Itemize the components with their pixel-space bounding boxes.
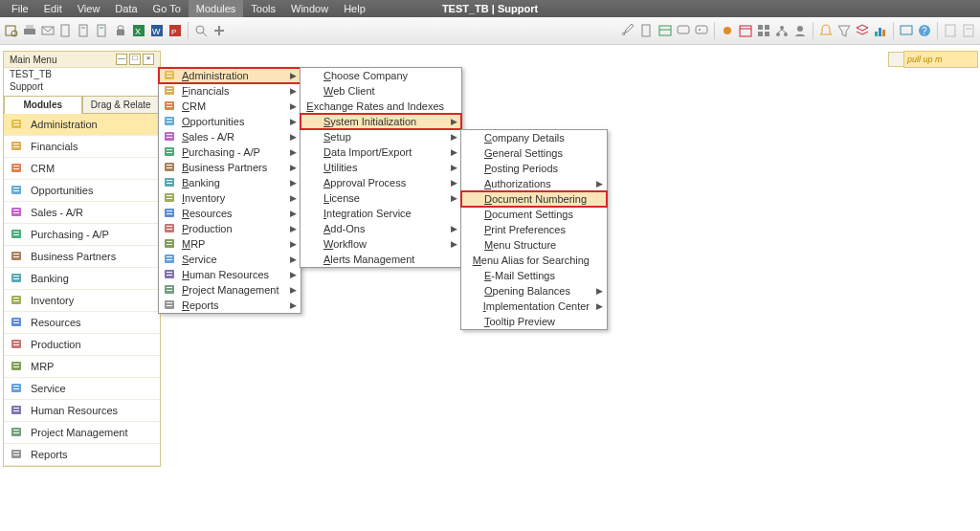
sidebar-item[interactable]: Sales - A/R <box>4 202 160 224</box>
menu-item[interactable]: Opportunities▶ <box>159 114 301 129</box>
tb-r-chart-icon[interactable] <box>873 23 888 38</box>
tb-r-sun-icon[interactable] <box>720 23 735 38</box>
tb-r-user-icon[interactable] <box>792 23 808 38</box>
panel-close-icon[interactable]: × <box>143 54 154 65</box>
sidebar-item[interactable]: Production <box>4 334 160 356</box>
sidebar-item[interactable]: Human Resources <box>4 400 160 422</box>
menu-edit[interactable]: Edit <box>36 0 70 17</box>
menu-item[interactable]: Menu Structure <box>461 237 607 253</box>
menu-item[interactable]: Utilities▶ <box>301 160 461 175</box>
sidebar-item[interactable]: MRP <box>4 356 160 378</box>
tb-mail-icon[interactable] <box>40 23 56 38</box>
menu-item[interactable]: Web Client <box>301 83 461 99</box>
menu-item[interactable]: Posting Periods <box>461 161 607 176</box>
menu-item[interactable]: Alerts Management <box>301 252 461 267</box>
tb-pdf-icon[interactable]: P <box>167 23 183 38</box>
menu-item[interactable]: Administration▶ <box>159 68 301 83</box>
menu-window[interactable]: Window <box>283 0 336 17</box>
menu-item[interactable]: Approval Process▶ <box>301 175 461 190</box>
menu-view[interactable]: View <box>70 0 108 17</box>
menu-item[interactable]: Project Management▶ <box>159 282 301 298</box>
menu-goto[interactable]: Go To <box>145 0 189 17</box>
tb-r-bubble-icon[interactable] <box>676 23 691 38</box>
tb-r-bell-icon[interactable] <box>818 23 834 38</box>
menu-item[interactable]: Setup▶ <box>301 129 461 144</box>
sidebar-item[interactable]: Project Management <box>4 422 160 444</box>
menu-item[interactable]: License▶ <box>301 190 461 206</box>
tb-r-note2-icon[interactable] <box>961 23 976 38</box>
sidebar-item[interactable]: Financials <box>4 136 160 158</box>
menu-item[interactable]: System Initialization▶ <box>301 114 461 129</box>
menu-item[interactable]: Choose Company <box>301 68 461 83</box>
menu-item[interactable]: Financials▶ <box>159 83 301 99</box>
menu-item[interactable]: Opening Balances▶ <box>461 283 607 299</box>
menu-item[interactable]: Purchasing - A/P▶ <box>159 144 301 160</box>
sidebar-item[interactable]: Inventory <box>4 290 160 312</box>
sidebar-item[interactable]: Reports <box>4 444 160 466</box>
menu-item[interactable]: Service▶ <box>159 252 301 267</box>
menu-item[interactable]: Reports▶ <box>159 298 301 313</box>
menu-item[interactable]: Implementation Center▶ <box>461 299 607 314</box>
menu-item[interactable]: CRM▶ <box>159 99 301 114</box>
tb-r-note-icon[interactable] <box>943 23 958 38</box>
tb-excel-icon[interactable]: X <box>131 23 146 38</box>
menu-item[interactable]: Add-Ons▶ <box>301 221 461 236</box>
menu-item[interactable]: Sales - A/R▶ <box>159 129 301 144</box>
tb-word-icon[interactable]: W <box>149 23 165 38</box>
tb-r-org-icon[interactable] <box>774 23 790 38</box>
menu-item[interactable]: Document Settings <box>461 207 607 222</box>
menu-item[interactable]: Exchange Rates and Indexes <box>301 99 461 114</box>
tb-doc3-icon[interactable] <box>95 23 110 38</box>
tb-r-bubble2-icon[interactable] <box>694 23 709 38</box>
tb-r-doc-icon[interactable] <box>639 23 655 38</box>
sidebar-item[interactable]: Service <box>4 378 160 400</box>
menu-item[interactable]: E-Mail Settings <box>461 268 607 283</box>
sidebar-item[interactable]: Administration <box>4 114 160 136</box>
tb-add-icon[interactable] <box>212 23 227 38</box>
sidebar-item[interactable]: Resources <box>4 312 160 334</box>
tb-find-icon[interactable] <box>193 23 209 38</box>
tb-r-layers-icon[interactable] <box>855 23 870 38</box>
tb-r-cal-icon[interactable] <box>738 23 753 38</box>
tb-r-grid-icon[interactable] <box>756 23 771 38</box>
tb-doc2-icon[interactable] <box>77 23 92 38</box>
sidebar-item[interactable]: Banking <box>4 268 160 290</box>
menu-item[interactable]: Production▶ <box>159 221 301 236</box>
panel-min-icon[interactable]: — <box>116 54 127 65</box>
menu-item[interactable]: Integration Service <box>301 206 461 221</box>
menu-item[interactable]: MRP▶ <box>159 236 301 252</box>
menu-item[interactable]: Authorizations▶ <box>461 176 607 191</box>
menu-item[interactable]: Data Import/Export▶ <box>301 144 461 160</box>
menu-item[interactable]: Document Numbering <box>461 191 607 207</box>
menu-data[interactable]: Data <box>107 0 145 17</box>
sidebar-item[interactable]: Business Partners <box>4 246 160 268</box>
sidebar-item[interactable]: CRM <box>4 158 160 180</box>
menu-tools[interactable]: Tools <box>243 0 283 17</box>
menu-item[interactable]: Workflow▶ <box>301 236 461 252</box>
menu-file[interactable]: File <box>4 0 36 17</box>
menu-item[interactable]: Resources▶ <box>159 206 301 221</box>
menu-help[interactable]: Help <box>336 0 373 17</box>
menu-item[interactable]: Business Partners▶ <box>159 160 301 175</box>
tb-doc1-icon[interactable] <box>58 23 74 38</box>
tb-print-icon[interactable] <box>22 23 37 38</box>
menu-modules[interactable]: Modules <box>189 0 244 17</box>
menu-item[interactable]: Menu Alias for Searching <box>461 253 607 268</box>
menu-item[interactable]: Inventory▶ <box>159 190 301 206</box>
tb-r-help-icon[interactable]: ? <box>917 23 932 38</box>
menu-item[interactable]: General Settings <box>461 145 607 161</box>
tb-r-screen-icon[interactable] <box>899 23 914 38</box>
tb-r-pencil-icon[interactable] <box>621 23 636 38</box>
sidebar-item[interactable]: Purchasing - A/P <box>4 224 160 246</box>
sidebar-item[interactable]: Opportunities <box>4 180 160 202</box>
menu-item[interactable]: Print Preferences <box>461 222 607 237</box>
tb-r-sheet-icon[interactable] <box>657 23 673 38</box>
tab-drag-relate[interactable]: Drag & Relate <box>82 96 161 114</box>
tb-r-funnel-icon[interactable] <box>836 23 852 38</box>
tb-preview-icon[interactable] <box>4 23 19 38</box>
tab-modules[interactable]: Modules <box>4 96 82 114</box>
menu-item[interactable]: Human Resources▶ <box>159 267 301 282</box>
menu-item[interactable]: Tooltip Preview <box>461 314 607 329</box>
menu-item[interactable]: Banking▶ <box>159 175 301 190</box>
menu-item[interactable]: Company Details <box>461 130 607 145</box>
